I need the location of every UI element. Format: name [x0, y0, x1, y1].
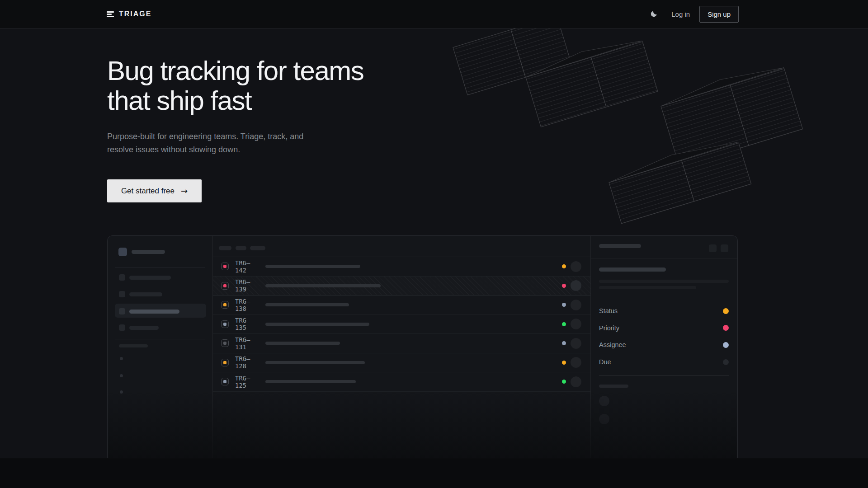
login-link[interactable]: Log in [671, 10, 690, 18]
skeleton-bar [132, 250, 165, 254]
issue-id: TRG–138 [235, 298, 259, 312]
skeleton-bar [265, 303, 349, 306]
issue-type-dot [223, 265, 226, 268]
avatar [571, 261, 581, 272]
issue-row: TRG–131 [213, 334, 590, 353]
list-bullet [120, 357, 123, 360]
issue-row: TRG–135 [213, 315, 590, 334]
status-dot [562, 264, 566, 268]
theme-toggle[interactable] [646, 6, 661, 22]
issue-type-dot [223, 380, 226, 383]
skeleton-section-label [119, 344, 148, 347]
issue-type-dot [223, 303, 226, 306]
skeleton-bar [129, 276, 171, 280]
issue-row: TRG–125 [213, 372, 590, 392]
issue-list-header [213, 236, 590, 257]
detail-field-label: Assignee [599, 341, 626, 348]
detail-field-dot [723, 325, 729, 331]
issue-type-icon [221, 339, 229, 347]
skeleton-bar [265, 361, 365, 364]
hero-title: Bug tracking for teams that ship fast [107, 56, 363, 116]
hero-subtitle-line2: resolve issues without slowing down. [107, 145, 240, 154]
skeleton-line [599, 280, 729, 283]
issue-id: TRG–128 [235, 355, 259, 370]
sidebar-item-icon [119, 291, 125, 297]
divider [591, 258, 737, 258]
skeleton-line [599, 286, 696, 289]
divider [115, 339, 205, 339]
status-dot [562, 322, 566, 326]
status-dot [562, 303, 566, 307]
issue-rows: TRG–142TRG–139TRG–138TRG–135TRG–131TRG–1… [213, 257, 590, 392]
skeleton-tab [250, 246, 265, 250]
hero-subtitle-line1: Purpose-built for engineering teams. Tri… [107, 132, 303, 141]
get-started-button[interactable]: Get started free → [107, 179, 202, 202]
panel-action-button [721, 244, 728, 252]
issue-row: TRG–142 [213, 257, 590, 277]
signup-button[interactable]: Sign up [699, 6, 739, 23]
nav-actions: Log in Sign up [646, 6, 739, 23]
skeleton-bar [265, 265, 360, 268]
panel-action-button [709, 244, 717, 252]
issue-id: TRG–131 [235, 336, 259, 351]
divider [115, 267, 205, 268]
avatar [571, 300, 581, 310]
detail-field-label: Priority [599, 324, 619, 332]
issue-type-icon [221, 282, 229, 290]
detail-field-row: Priority [599, 324, 729, 333]
list-bullet [120, 374, 123, 377]
mockup-sidebar [108, 236, 213, 458]
navbar: TRIAGE Log in Sign up [0, 0, 868, 28]
list-bullet [120, 390, 123, 394]
status-dot [562, 284, 566, 288]
sidebar-item-icon [119, 324, 125, 331]
get-started-label: Get started free [121, 187, 175, 196]
avatar [571, 376, 581, 387]
status-dot [562, 361, 566, 365]
detail-field-label: Status [599, 307, 618, 314]
brand-logo[interactable]: TRIAGE [107, 10, 151, 18]
issue-id: TRG–139 [235, 278, 259, 293]
hero-section: Bug tracking for teams that ship fast Pu… [0, 28, 868, 458]
status-dot [562, 341, 566, 345]
moon-icon [650, 10, 658, 18]
page: TRIAGE Log in Sign up [0, 0, 868, 488]
arrow-right-icon: → [181, 187, 188, 195]
issue-type-icon [221, 378, 229, 385]
brand-name: TRIAGE [119, 10, 151, 18]
avatar [571, 357, 581, 368]
mockup-detail-panel: StatusPriorityAssigneeDue [590, 236, 737, 458]
sidebar-item-icon [119, 274, 125, 281]
avatar [571, 280, 581, 291]
issue-type-dot [223, 284, 226, 287]
issue-row: TRG–138 [213, 296, 590, 315]
issue-id: TRG–142 [235, 259, 259, 274]
avatar [571, 319, 581, 329]
skeleton-bar [129, 292, 162, 296]
skeleton-bar [129, 326, 159, 330]
issue-type-dot [223, 323, 226, 326]
triage-logo-icon [107, 11, 114, 17]
detail-field-row: Due [599, 357, 729, 366]
detail-field-dot [723, 359, 729, 365]
detail-field-dot [723, 308, 729, 314]
mockup-issue-list: TRG–142TRG–139TRG–138TRG–135TRG–131TRG–1… [213, 236, 590, 458]
workspace-icon [118, 248, 127, 256]
issue-id: TRG–135 [235, 317, 259, 331]
detail-field-row: Status [599, 306, 729, 315]
skeleton-bar [265, 284, 381, 287]
issue-id: TRG–125 [235, 375, 259, 389]
issue-type-dot [223, 361, 226, 364]
issue-type-icon [221, 320, 229, 328]
skeleton-bar [265, 342, 340, 345]
detail-field-label: Due [599, 358, 611, 366]
hero-subtitle: Purpose-built for engineering teams. Tri… [107, 130, 303, 156]
app-mockup: TRG–142TRG–139TRG–138TRG–135TRG–131TRG–1… [107, 235, 738, 458]
skeleton-bar [599, 244, 641, 248]
avatar [571, 338, 581, 349]
detail-field-dot [723, 342, 729, 348]
skeleton-bar [129, 310, 179, 314]
issue-row: TRG–139 [213, 277, 590, 296]
issue-type-dot [223, 342, 226, 345]
hero-title-line2: that ship fast [107, 85, 251, 116]
